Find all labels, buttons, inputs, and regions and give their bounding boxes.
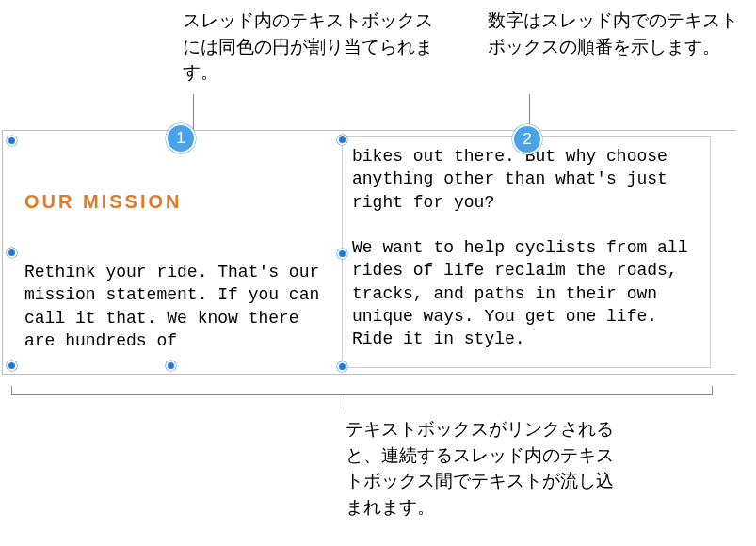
callout-bracket-stem — [346, 395, 346, 412]
textbox-body: Rethink your ride. That's our mission st… — [24, 261, 326, 352]
thread-badge-2[interactable]: 2 — [512, 124, 542, 154]
linked-textbox-2[interactable]: bikes out there. But why choose anything… — [342, 136, 711, 368]
selection-handle[interactable] — [166, 361, 176, 371]
textbox-heading: OUR MISSION — [24, 191, 182, 213]
callout-thread-order: 数字はスレッド内でのテキストボックスの順番を示します。 — [488, 8, 751, 59]
textbox-body-p2: We want to help cyclists from all rides … — [352, 238, 687, 348]
selection-handle[interactable] — [337, 135, 347, 145]
textbox-body-p1: bikes out there. But why choose anything… — [352, 147, 668, 212]
selection-handle[interactable] — [7, 136, 17, 146]
selection-handle[interactable] — [337, 249, 347, 259]
callout-bracket — [11, 386, 713, 395]
document-canvas: OUR MISSION Rethink your ride. That's ou… — [2, 130, 736, 375]
thread-badge-number: 2 — [523, 130, 531, 149]
callout-thread-color: スレッド内のテキストボックスには同色の円が割り当てられます。 — [183, 8, 437, 86]
thread-badge-1[interactable]: 1 — [166, 123, 196, 153]
selection-handle[interactable] — [7, 248, 17, 258]
textbox-body: bikes out there. But why choose anything… — [352, 145, 702, 351]
linked-textbox-1[interactable]: OUR MISSION Rethink your ride. That's ou… — [10, 136, 330, 368]
callout-text-flow: テキストボックスがリンクされると、連続するスレッド内のテキストボックス間でテキス… — [346, 416, 628, 520]
callout-line — [193, 94, 194, 132]
thread-badge-number: 1 — [176, 129, 185, 148]
selection-handle[interactable] — [337, 361, 347, 372]
selection-handle[interactable] — [7, 361, 17, 371]
